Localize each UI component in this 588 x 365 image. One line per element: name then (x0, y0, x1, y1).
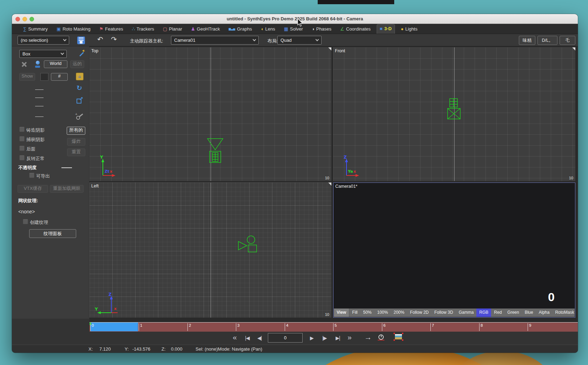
invert-normals-checkbox[interactable] (19, 155, 25, 160)
rotomask-button[interactable]: RotoMask (552, 308, 577, 317)
tab-solver[interactable]: ▦Solver (281, 25, 306, 34)
msg-button[interactable]: 味精 (519, 36, 535, 45)
timeline-tick: 9 (528, 323, 531, 331)
tab-lights[interactable]: ●Lights (398, 25, 421, 34)
alpha-button[interactable]: Alpha (536, 308, 553, 317)
tab-features[interactable]: ⚑Features (97, 25, 126, 34)
save-button[interactable] (77, 36, 85, 44)
timeline[interactable]: 0 1 2 3 4 5 6 7 8 9 (90, 322, 578, 332)
follow-2d-button[interactable]: Follow 2D (407, 308, 431, 317)
tab-planar[interactable]: ▢Planar (160, 25, 185, 34)
timeline-playback-range[interactable] (90, 323, 138, 331)
viewport-top[interactable]: Top 10 Y x Zt (90, 47, 331, 181)
exportable-checkbox[interactable] (29, 173, 34, 178)
viewport-left-label: Left (91, 184, 99, 188)
axes-icon: ∠ (340, 27, 344, 31)
reload-mesh-button[interactable]: 重新加载网眼 (50, 185, 84, 193)
follow-3d-button[interactable]: Follow 3D (431, 308, 456, 317)
hash-button[interactable]: # (51, 73, 68, 81)
far-button[interactable]: 远的 (70, 60, 84, 68)
grid-scale-label: 10 (569, 176, 573, 180)
play-button[interactable]: ▶ (310, 335, 313, 341)
view-button[interactable]: View (334, 308, 349, 317)
titlebar[interactable]: untitled - SynthEyes Pro Demo 2025 Build… (12, 14, 578, 24)
fill-button[interactable]: Fill (349, 308, 360, 317)
tab-lens[interactable]: ◖Lens (258, 25, 278, 34)
fast-forward-button[interactable]: » (348, 333, 352, 341)
pane-resize-corner[interactable] (328, 47, 331, 51)
rewind-button[interactable]: « (233, 333, 237, 341)
status-y-label: Y: (125, 346, 129, 352)
key-icon[interactable]: + (76, 113, 84, 120)
go-to-end-button[interactable]: ▶| (336, 335, 340, 341)
step-back-button[interactable]: ◀| (257, 335, 262, 341)
camera-object-front-view[interactable] (447, 98, 461, 120)
layout-dropdown[interactable]: Quad (277, 36, 322, 45)
lens-icon: ◖ (261, 27, 264, 31)
move-tool-icon[interactable] (76, 73, 84, 80)
pane-resize-corner[interactable] (572, 47, 575, 51)
texture-panel-button[interactable]: 纹理面板 (29, 229, 76, 238)
viewport-left[interactable]: Left 10 Z Y x (90, 182, 331, 318)
rgb-button[interactable]: RGB (476, 308, 491, 317)
frame-number-field[interactable]: 0 (268, 333, 303, 343)
viewport-camera[interactable]: Camera01* 0 View Fill 50% 100% 200% Foll… (333, 182, 575, 318)
vtx-cache-button[interactable]: VTX缓存 (18, 185, 48, 193)
camera-object-left-view[interactable] (237, 234, 259, 254)
rotate-icon[interactable]: ↻ (77, 84, 82, 92)
tab-geohtrack[interactable]: ♟GeoHTrack (188, 25, 223, 34)
show-button[interactable]: Show (19, 73, 35, 81)
misc-button[interactable]: 乇 (560, 36, 575, 45)
object-type-dropdown[interactable]: Box (19, 50, 67, 58)
go-to-start-button[interactable]: |◀ (245, 335, 249, 341)
status-y-value: -143.576 (132, 346, 150, 352)
clock-icon[interactable] (378, 334, 384, 340)
catch-shadows-checkbox[interactable] (19, 136, 25, 141)
viewport-front[interactable]: Front 10 Z x Ya (333, 47, 575, 181)
export-icon[interactable] (77, 97, 83, 104)
tab-coordinates[interactable]: ∠Coordinates (337, 25, 374, 34)
create-texture-checkbox[interactable] (23, 219, 28, 224)
camera-host-dropdown[interactable]: Camera01 (171, 36, 259, 45)
red-button[interactable]: Red (491, 308, 504, 317)
opacity-slider[interactable] (61, 167, 72, 168)
lamp-icon[interactable] (35, 61, 40, 68)
status-x-label: X: (88, 346, 93, 352)
green-button[interactable]: Green (504, 308, 522, 317)
syntheyes-window: untitled - SynthEyes Pro Demo 2025 Build… (12, 14, 578, 353)
pane-resize-corner[interactable] (328, 182, 331, 186)
goto-frame-button[interactable]: → (364, 333, 372, 341)
tab-summary[interactable]: ∑Summary (20, 25, 51, 34)
tab-3d[interactable]: ■3-D (377, 24, 395, 34)
all-button[interactable]: 所有的 (67, 127, 85, 135)
redo-button[interactable]: ↷ (111, 35, 117, 44)
tab-graphs[interactable]: ▆▃▅Graphs (226, 25, 255, 34)
mesh-texture-label: 网状纹理: (18, 198, 38, 204)
bar-graph-icon: ▆▃▅ (229, 27, 235, 31)
reset-button[interactable]: 重置 (67, 148, 85, 156)
zoom-200-button[interactable]: 200% (391, 308, 407, 317)
zoom-50-button[interactable]: 50% (360, 308, 374, 317)
tab-roto-masking[interactable]: ▣Roto Masking (54, 25, 93, 34)
magic-wand-icon[interactable] (78, 50, 85, 57)
svg-text:Y: Y (100, 155, 103, 160)
image-preview-icon[interactable] (395, 334, 402, 339)
step-forward-button[interactable]: |▶ (322, 335, 326, 341)
gamma-button[interactable]: Gamma (456, 308, 477, 317)
world-button[interactable]: World (44, 60, 67, 68)
blue-button[interactable]: Blue (522, 308, 536, 317)
delete-icon[interactable] (21, 61, 27, 67)
tab-phases[interactable]: ◑Phases (309, 25, 334, 34)
download-button[interactable]: D/L。 (537, 36, 557, 45)
camera-object-top-view[interactable] (205, 138, 225, 163)
explode-button[interactable]: 爆炸 (67, 138, 85, 146)
undo-button[interactable]: ↶ (97, 35, 103, 44)
tab-trackers[interactable]: ∴Trackers (129, 25, 157, 34)
backface-checkbox[interactable] (19, 146, 25, 151)
toolbar: (no selection) ↶ ↷ 主动跟踪器主机: Camera01 布局:… (12, 34, 578, 46)
selection-dropdown[interactable]: (no selection) (18, 36, 69, 45)
sidebar-3d-panel: Box World 远的 Show # ↻ + 铸造阴影 捕获阴影 后面 反转正… (12, 46, 90, 319)
count-field[interactable] (40, 73, 48, 81)
cast-shadows-checkbox[interactable] (19, 127, 25, 132)
zoom-100-button[interactable]: 100% (375, 308, 391, 317)
